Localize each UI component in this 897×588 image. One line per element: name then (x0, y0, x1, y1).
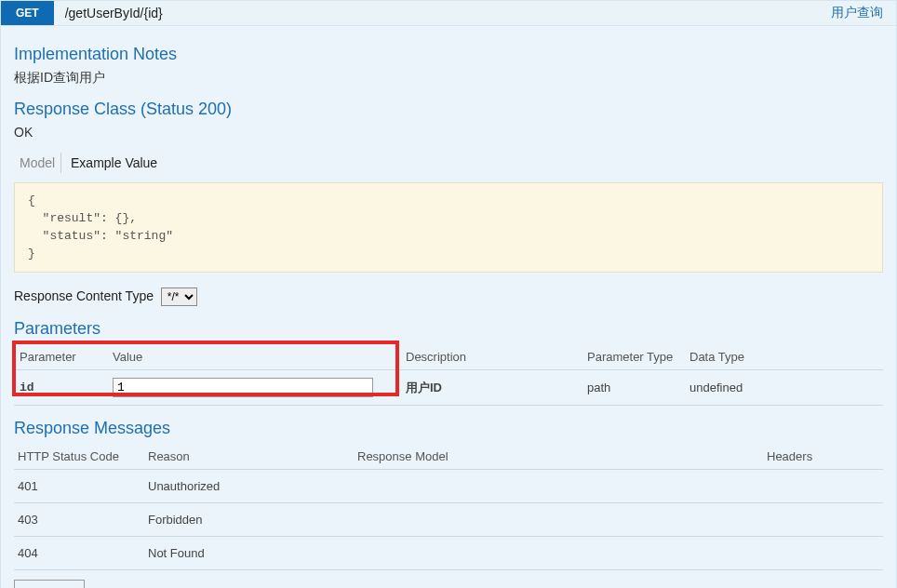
response-content-type-row: Response Content Type */* (14, 287, 883, 306)
param-name: id (14, 370, 107, 406)
operation-body: Implementation Notes 根据ID查询用户 Response C… (1, 26, 896, 588)
try-it-out-button[interactable]: Try it out! (14, 580, 85, 588)
resp-model (354, 537, 763, 570)
response-content-type-select[interactable]: */* (161, 287, 197, 306)
resp-reason: Forbidden (144, 503, 354, 537)
col-parameter-type: Parameter Type (582, 344, 684, 370)
col-reason: Reason (144, 444, 354, 470)
action-row: Try it out! Hide Response (14, 580, 883, 588)
col-response-model: Response Model (354, 444, 763, 470)
param-description: 用户ID (400, 370, 582, 406)
param-datatype: undefined (684, 370, 883, 406)
http-method-badge: GET (1, 1, 54, 25)
col-headers: Headers (763, 444, 883, 470)
tab-example-value[interactable]: Example Value (65, 153, 163, 173)
response-tabs: Model Example Value (14, 153, 883, 173)
response-content-type-label: Response Content Type (14, 288, 154, 303)
implementation-notes-heading: Implementation Notes (14, 45, 883, 64)
response-status-text: OK (14, 125, 883, 140)
resp-code: 401 (14, 470, 144, 503)
param-value-cell (107, 370, 400, 406)
col-description: Description (400, 344, 582, 370)
endpoint-path: /getUserById/{id} (54, 1, 831, 25)
table-row: 404 Not Found (14, 537, 883, 570)
parameters-table: Parameter Value Description Parameter Ty… (14, 344, 883, 406)
resp-model (354, 503, 763, 537)
col-data-type: Data Type (684, 344, 883, 370)
resp-code: 404 (14, 537, 144, 570)
col-parameter: Parameter (14, 344, 107, 370)
resp-model (354, 470, 763, 503)
operation-panel: GET /getUserById/{id} 用户查询 Implementatio… (0, 0, 897, 588)
table-row: id 用户ID path undefined (14, 370, 883, 406)
col-http-status: HTTP Status Code (14, 444, 144, 470)
tab-model[interactable]: Model (14, 153, 61, 173)
operation-header[interactable]: GET /getUserById/{id} 用户查询 (1, 1, 896, 26)
parameters-heading: Parameters (14, 319, 883, 339)
response-messages-table: HTTP Status Code Reason Response Model H… (14, 444, 883, 570)
endpoint-summary: 用户查询 (831, 5, 896, 21)
table-row: 403 Forbidden (14, 503, 883, 537)
implementation-notes-text: 根据ID查询用户 (14, 70, 883, 87)
resp-reason: Not Found (144, 537, 354, 570)
resp-reason: Unauthorized (144, 470, 354, 503)
response-example-json[interactable]: { "result": {}, "status": "string" } (14, 182, 883, 273)
response-messages-heading: Response Messages (14, 419, 883, 438)
resp-headers (763, 503, 883, 537)
param-value-input[interactable] (113, 378, 373, 397)
resp-code: 403 (14, 503, 144, 537)
resp-headers (763, 470, 883, 503)
col-value: Value (107, 344, 400, 370)
param-type: path (582, 370, 684, 406)
table-row: 401 Unauthorized (14, 470, 883, 503)
resp-headers (763, 537, 883, 570)
response-class-heading: Response Class (Status 200) (14, 100, 883, 119)
